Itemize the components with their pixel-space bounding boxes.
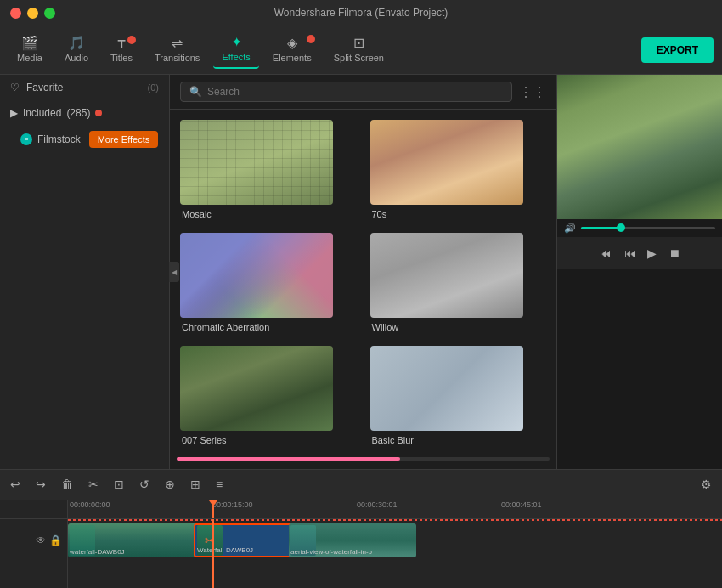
eye-icon[interactable]: 👁 (36, 534, 46, 546)
sidebar-item-included[interactable]: ▶ Included (285) (0, 100, 169, 126)
toolbar-item-effects[interactable]: ✦ Effects (213, 31, 258, 69)
cut-button[interactable]: ✂ (85, 474, 102, 495)
included-badge (95, 110, 102, 116)
toolbar-item-media[interactable]: 🎬 Media (8, 31, 51, 68)
effect-item-mosaic[interactable]: Mosaic (173, 113, 364, 226)
track-playhead (212, 519, 214, 588)
toolbar-item-split-screen[interactable]: ⊡ Split Screen (325, 31, 392, 68)
volume-track[interactable] (581, 227, 715, 229)
grid-view-icon[interactable]: ⋮⋮ (519, 84, 546, 100)
titles-label: Titles (110, 53, 133, 63)
toolbar-item-audio[interactable]: 🎵 Audio (56, 31, 97, 68)
split-screen-label: Split Screen (334, 53, 384, 63)
titles-icon: T (117, 37, 125, 50)
preview-image (557, 75, 722, 219)
effect-item-willow[interactable]: Willow (364, 226, 554, 339)
effect-name-basic-blur: Basic Blur (370, 435, 547, 445)
effect-thumb-willow (370, 233, 523, 318)
volume-thumb[interactable] (617, 223, 625, 232)
timestamp-2: 00:00:30:01 (357, 500, 398, 509)
split-screen-icon: ⊡ (353, 37, 364, 50)
rewind-button[interactable]: ⏮ (597, 244, 614, 263)
rotate-button[interactable]: ↺ (136, 474, 153, 495)
effect-item-basic-blur[interactable]: Basic Blur (364, 339, 554, 452)
timeline-marker-line (68, 519, 722, 521)
preview-video (557, 75, 722, 219)
toolbar-item-elements[interactable]: ◈ Elements (264, 31, 320, 68)
included-count: (285) (66, 107, 90, 119)
app-title: Wondershare Filmora (Envato Project) (274, 7, 448, 19)
crop-button[interactable]: ⊡ (110, 474, 127, 495)
effect-name-007: 007 Series (180, 435, 357, 445)
close-button[interactable] (10, 8, 21, 19)
search-icon: 🔍 (189, 86, 202, 98)
timeline-settings-button[interactable]: ⚙ (697, 474, 715, 495)
traffic-lights (10, 8, 55, 19)
elements-badge (307, 35, 315, 43)
effect-thumb-007 (180, 346, 333, 431)
more-effects-button[interactable]: More Effects (89, 131, 159, 148)
elements-label: Elements (273, 53, 312, 63)
clip2-label: Waterfall-DAWB0J (197, 546, 253, 554)
timeline-clip-3[interactable]: aerial-view-of-waterfall-in-b (289, 523, 416, 557)
effect-name-willow: Willow (370, 322, 547, 332)
elements-icon: ◈ (287, 37, 297, 50)
delete-button[interactable]: 🗑 (58, 474, 76, 495)
minimize-button[interactable] (27, 8, 38, 19)
effect-thumb-basic-blur (370, 346, 523, 431)
clip1-label: waterfall-DAWB0J (70, 548, 125, 556)
add-media-button[interactable]: ⊕ (161, 474, 178, 495)
redo-button[interactable]: ↪ (32, 474, 49, 495)
effects-header: 🔍 ⋮⋮ (170, 75, 556, 110)
toolbar-item-titles[interactable]: T Titles (102, 32, 141, 68)
lock-icon[interactable]: 🔒 (49, 534, 62, 546)
audio-label: Audio (65, 53, 88, 63)
effect-thumb-mosaic (180, 120, 333, 205)
effect-item-70s[interactable]: 70s (364, 113, 554, 226)
effects-label: Effects (222, 52, 250, 62)
search-box[interactable]: 🔍 (180, 82, 512, 102)
timeline: ↩ ↪ 🗑 ✂ ⊡ ↺ ⊕ ⊞ ≡ ⚙ 00:00:00:00 00:00:15… (0, 469, 722, 588)
track-area: 👁 🔒 waterfall-DAWB0J (0, 519, 722, 588)
expand-icon: ▶ (10, 107, 18, 119)
timeline-ruler: 00:00:00:00 00:00:15:00 00:00:30:01 00:0… (68, 500, 722, 519)
favorite-label: Favorite (26, 82, 63, 93)
effect-item-chromatic[interactable]: Chromatic Aberration (173, 226, 364, 339)
media-icon: 🎬 (21, 37, 38, 50)
toolbar: 🎬 Media 🎵 Audio T Titles ⇌ Transitions ✦… (0, 25, 722, 75)
effect-name-70s: 70s (370, 209, 547, 219)
effect-item-007[interactable]: 007 Series (173, 339, 364, 452)
sidebar-item-favorite[interactable]: ♡ Favorite (0) (0, 75, 169, 100)
filmstock-label: Filmstock (37, 133, 81, 145)
titlebar: Wondershare Filmora (Envato Project) (0, 0, 722, 25)
stop-button[interactable]: ⏹ (666, 244, 683, 263)
clip3-label: aerial-view-of-waterfall-in-b (290, 548, 372, 556)
play-button[interactable]: ▶ (645, 244, 659, 263)
export-button[interactable]: EXPORT (641, 37, 714, 63)
heart-icon: ♡ (10, 82, 20, 93)
effects-grid: Mosaic 70s Chromatic Aberration Willow 0… (170, 110, 556, 455)
transitions-icon: ⇌ (172, 37, 183, 50)
effect-thumb-70s (370, 120, 523, 205)
media-label: Media (17, 53, 42, 63)
sidebar-item-filmstock[interactable]: F Filmstock More Effects (0, 126, 169, 153)
layout-button[interactable]: ⊞ (187, 474, 204, 495)
maximize-button[interactable] (44, 8, 55, 19)
timestamp-0: 00:00:00:00 (70, 500, 110, 509)
toolbar-items: 🎬 Media 🎵 Audio T Titles ⇌ Transitions ✦… (8, 31, 641, 69)
search-input[interactable] (207, 86, 503, 98)
timeline-clip-1[interactable]: waterfall-DAWB0J (68, 523, 204, 557)
playhead-triangle (209, 500, 217, 506)
step-back-button[interactable]: ⏭ (621, 244, 638, 263)
toolbar-item-transitions[interactable]: ⇌ Transitions (146, 31, 208, 68)
settings-button[interactable]: ≡ (212, 474, 226, 495)
track-labels: 👁 🔒 (0, 519, 68, 588)
track-label-video: 👁 🔒 (0, 519, 67, 563)
effects-icon: ✦ (231, 36, 242, 49)
sidebar-collapse-arrow[interactable]: ◀ (169, 262, 179, 282)
undo-button[interactable]: ↩ (7, 474, 24, 495)
volume-icon: 🔊 (564, 223, 576, 234)
scroll-thumb (177, 457, 400, 461)
timestamp-3: 00:00:45:01 (501, 500, 542, 509)
timestamp-1: 00:00:15:00 (212, 500, 253, 509)
